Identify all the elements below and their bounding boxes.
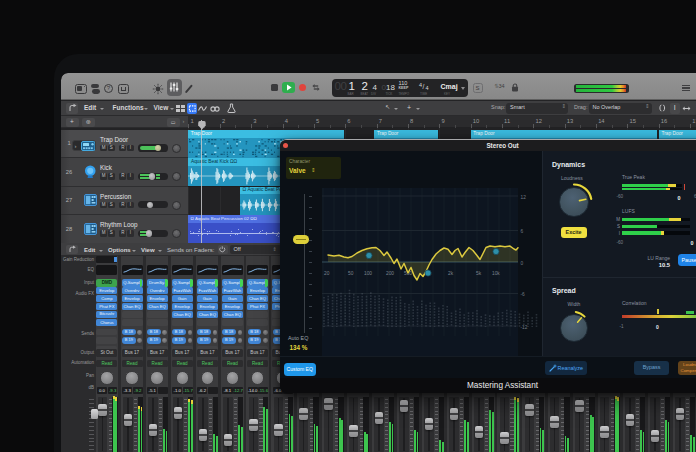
svg-text:20: 20 xyxy=(324,271,330,276)
svg-text:6: 6 xyxy=(521,229,524,234)
svg-text:200: 200 xyxy=(386,271,394,276)
svg-text:2k: 2k xyxy=(448,271,454,276)
svg-text:-6: -6 xyxy=(521,292,526,297)
svg-text:12: 12 xyxy=(521,195,527,200)
svg-text:5k: 5k xyxy=(476,271,482,276)
svg-text:100: 100 xyxy=(364,271,372,276)
svg-text:0: 0 xyxy=(521,261,524,266)
svg-text:10k: 10k xyxy=(492,271,500,276)
svg-text:50: 50 xyxy=(348,271,354,276)
